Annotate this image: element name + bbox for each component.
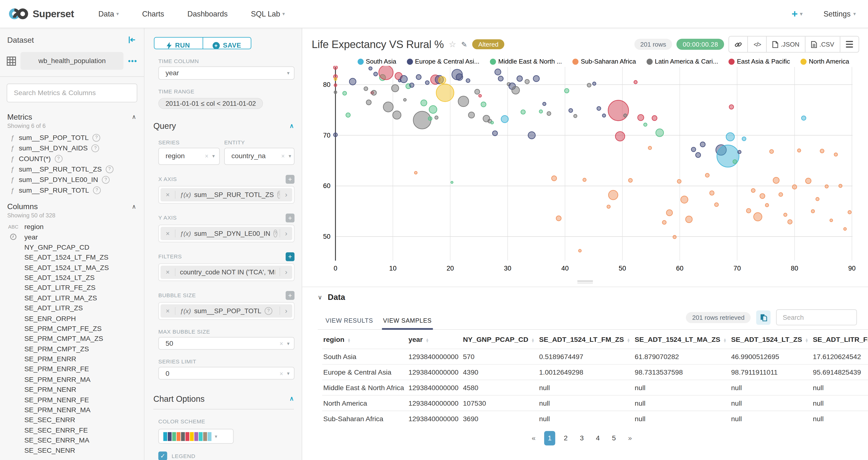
dataset-more-icon[interactable]: •••	[128, 57, 137, 65]
column-item[interactable]: SE_ADT_LITR_MA_ZS	[0, 293, 144, 303]
column-item[interactable]: SE_PRM_ENRR	[0, 354, 144, 364]
bubble[interactable]	[760, 194, 765, 199]
metrics-search-input[interactable]	[12, 89, 131, 97]
bubble[interactable]	[466, 78, 470, 83]
metric-item[interactable]: ƒsum__SP_DYN_LE00_IN?	[0, 174, 144, 185]
nav-item-data[interactable]: Data▾	[98, 10, 119, 18]
export-json-button[interactable]: .JSON	[766, 37, 805, 52]
bubble-size-pill[interactable]: ƒ(x) sum__SP_POP_TOTL ?	[176, 307, 280, 315]
bubble[interactable]	[715, 203, 718, 207]
clear-icon[interactable]: ×	[280, 370, 283, 376]
column-item[interactable]: SE_SEC_NENR	[0, 446, 144, 456]
bubble[interactable]	[691, 147, 696, 152]
favorite-star-icon[interactable]: ☆	[449, 39, 456, 49]
legend-item[interactable]: East Asia & Pacific	[729, 58, 790, 65]
add-y-axis-button[interactable]: +	[286, 213, 294, 222]
bubble[interactable]	[726, 133, 734, 141]
bubble[interactable]	[334, 66, 337, 69]
bubble[interactable]	[797, 149, 801, 152]
bubble[interactable]	[733, 160, 737, 164]
bubble[interactable]	[705, 173, 709, 177]
collapse-data-icon[interactable]: ∨	[318, 294, 322, 301]
nav-item-dashboards[interactable]: Dashboards	[187, 10, 228, 18]
bubble[interactable]	[788, 220, 792, 224]
legend-item[interactable]: North America	[801, 58, 849, 65]
column-item[interactable]: SE_ADT_1524_LT_FM_ZS	[0, 252, 144, 263]
bubble[interactable]	[525, 79, 529, 84]
bubble[interactable]	[844, 228, 846, 230]
bubble[interactable]	[346, 113, 350, 117]
edit-title-icon[interactable]: ✎	[461, 40, 467, 48]
collapse-metrics-icon[interactable]: ∧	[132, 113, 136, 120]
bubble[interactable]	[754, 212, 762, 221]
table-search-input[interactable]	[782, 313, 851, 322]
column-header-se_adt_1524_lt_zs[interactable]: SE_ADT_1524_LT_ZS▲▼	[730, 331, 812, 349]
bubble[interactable]	[820, 149, 824, 153]
collapse-chart-options-icon[interactable]: ∧	[289, 395, 294, 402]
bubble[interactable]	[491, 121, 493, 124]
bubble[interactable]	[393, 111, 401, 119]
bubble[interactable]	[521, 110, 525, 114]
bubble[interactable]	[710, 191, 714, 195]
bubble[interactable]	[579, 250, 581, 252]
bubble[interactable]	[436, 84, 454, 102]
bubble[interactable]	[634, 80, 638, 84]
page-4[interactable]: 4	[592, 431, 603, 446]
remove-icon[interactable]: ×	[160, 268, 176, 276]
bubble[interactable]	[501, 116, 508, 123]
bubble[interactable]	[773, 177, 779, 184]
chevron-right-icon[interactable]: ›	[280, 229, 292, 237]
clear-icon[interactable]: ×	[281, 153, 285, 160]
color-scheme-select[interactable]: ▾	[158, 429, 234, 444]
bubble[interactable]	[816, 197, 819, 201]
column-item[interactable]: SE_ADT_1524_LT_ZS	[0, 273, 144, 283]
column-item[interactable]: SE_PRM_CMPT_FE_ZS	[0, 324, 144, 334]
page-next[interactable]: »	[624, 431, 636, 446]
altered-badge[interactable]: Altered	[472, 39, 504, 49]
bubble-chart[interactable]: 506070800102030405060708090	[302, 66, 868, 279]
legend-checkbox[interactable]: ✓	[158, 452, 167, 460]
y-axis-pill[interactable]: ƒ(x) sum__SP_DYN_LE00_IN ?	[176, 230, 280, 237]
bubble[interactable]	[400, 75, 407, 83]
bubble[interactable]	[498, 76, 503, 81]
bubble[interactable]	[628, 178, 632, 182]
bubble[interactable]	[565, 89, 569, 93]
bubble[interactable]	[806, 178, 811, 184]
bubble[interactable]	[848, 210, 851, 214]
page-5[interactable]: 5	[608, 431, 619, 446]
series-select[interactable]: region × ▾	[158, 148, 220, 165]
chevron-right-icon[interactable]: ›	[280, 307, 292, 315]
x-axis-pill[interactable]: ƒ(x) sum__SP_RUR_TOTL_ZS ?	[176, 191, 280, 199]
bubble[interactable]	[543, 102, 546, 105]
settings-menu[interactable]: Settings▾	[824, 10, 856, 18]
column-item[interactable]: SE_SEC_ENRR_MA	[0, 435, 144, 446]
column-item[interactable]: SE_SEC_ENRR	[0, 415, 144, 425]
bubble[interactable]	[696, 153, 701, 158]
bubble[interactable]	[425, 81, 429, 85]
column-item[interactable]: ABCregion	[0, 222, 144, 232]
metric-item[interactable]: ƒCOUNT(*)?	[0, 153, 144, 164]
bubble[interactable]	[652, 116, 657, 121]
clear-icon[interactable]: ×	[205, 153, 209, 160]
bubble[interactable]	[607, 205, 610, 208]
collapse-panel-icon[interactable]	[128, 36, 136, 44]
page-prev[interactable]: «	[528, 431, 539, 446]
bubble[interactable]	[416, 74, 422, 79]
time-range-pill[interactable]: 2011-01-01 ≤ col < 2011-01-02	[158, 98, 263, 109]
bubble[interactable]	[624, 114, 627, 117]
bubble[interactable]	[742, 137, 746, 141]
bubble[interactable]	[656, 129, 663, 137]
bubble[interactable]	[369, 67, 372, 70]
bubble[interactable]	[364, 87, 368, 91]
bubble[interactable]	[556, 216, 561, 221]
bubble[interactable]	[686, 216, 692, 223]
collapse-columns-icon[interactable]: ∧	[132, 203, 136, 210]
column-item[interactable]: SE_PRM_NENR	[0, 385, 144, 395]
bubble[interactable]	[583, 178, 586, 182]
bubble[interactable]	[383, 102, 393, 112]
bubble[interactable]	[451, 181, 453, 184]
bubble[interactable]	[371, 90, 376, 95]
bubble[interactable]	[334, 78, 337, 80]
bubble[interactable]	[830, 219, 833, 222]
superset-logo[interactable]: Superset	[9, 7, 74, 21]
